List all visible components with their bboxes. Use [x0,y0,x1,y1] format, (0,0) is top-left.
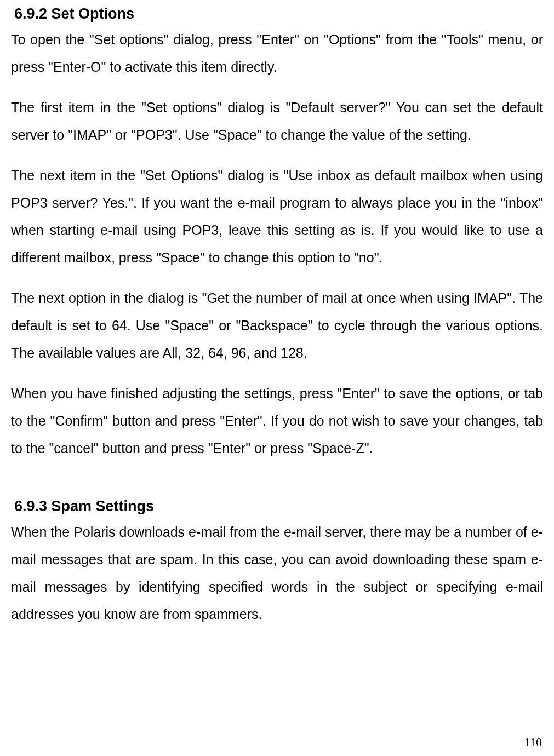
section-heading-spam-settings: 6.9.3 Spam Settings [11,498,543,515]
section-spacer [11,475,543,498]
paragraph: The next item in the "Set Options" dialo… [11,162,543,271]
paragraph: The first item in the "Set options" dial… [11,94,543,148]
document-page: 6.9.2 Set Options To open the "Set optio… [0,0,554,639]
section-heading-set-options: 6.9.2 Set Options [11,5,543,22]
paragraph: To open the "Set options" dialog, press … [11,26,543,81]
paragraph: When the Polaris downloads e-mail from t… [11,518,543,628]
paragraph: The next option in the dialog is "Get th… [11,284,543,366]
paragraph: When you have finished adjusting the set… [11,380,543,462]
page-number: 110 [524,735,542,749]
